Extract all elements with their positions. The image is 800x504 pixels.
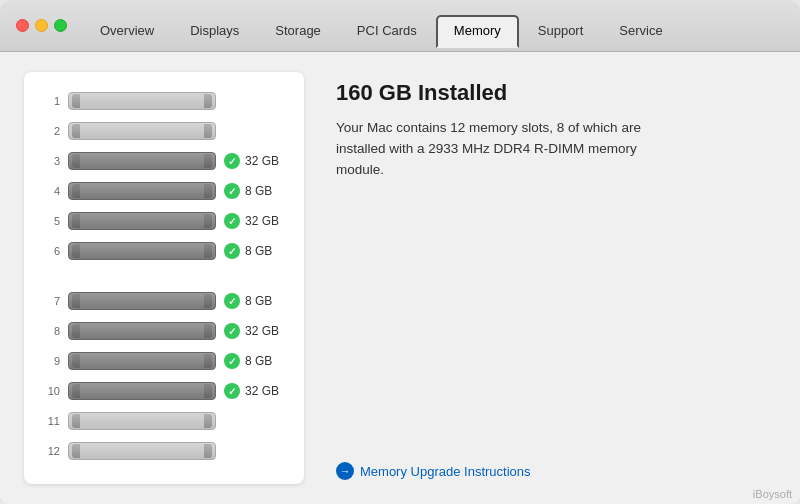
slot-row-1: 1 — [44, 88, 284, 114]
slot-check-4: ✓ 8 GB — [224, 183, 284, 199]
slot-size-10: 32 GB — [245, 384, 279, 398]
slot-check-6: ✓ 8 GB — [224, 243, 284, 259]
slot-check-10: ✓ 32 GB — [224, 383, 284, 399]
slot-notch-right-9 — [204, 354, 212, 368]
tab-storage[interactable]: Storage — [258, 16, 338, 47]
slot-notch-left-6 — [72, 244, 80, 258]
slot-number-6: 6 — [44, 245, 60, 257]
check-icon-9: ✓ — [224, 353, 240, 369]
system-info-window: Overview Displays Storage PCI Cards Memo… — [0, 0, 800, 504]
tab-overview[interactable]: Overview — [83, 16, 171, 47]
slot-size-3: 32 GB — [245, 154, 279, 168]
upgrade-link-label: Memory Upgrade Instructions — [360, 464, 531, 479]
slot-notch-left-9 — [72, 354, 80, 368]
slot-notch-right-10 — [204, 384, 212, 398]
upgrade-link[interactable]: → Memory Upgrade Instructions — [336, 462, 776, 484]
slot-number-10: 10 — [44, 385, 60, 397]
slot-number-8: 8 — [44, 325, 60, 337]
slot-bar-12 — [68, 442, 216, 460]
slot-notch-left-11 — [72, 414, 80, 428]
slot-notch-left-1 — [72, 94, 80, 108]
slot-row-5: 5 ✓ 32 GB — [44, 208, 284, 234]
slot-check-3: ✓ 32 GB — [224, 153, 284, 169]
slot-number-12: 12 — [44, 445, 60, 457]
slot-bar-6 — [68, 242, 216, 260]
slot-row-8: 8 ✓ 32 GB — [44, 318, 284, 344]
slot-bar-8 — [68, 322, 216, 340]
titlebar: Overview Displays Storage PCI Cards Memo… — [0, 0, 800, 52]
tab-support[interactable]: Support — [521, 16, 601, 47]
slot-check-7: ✓ 8 GB — [224, 293, 284, 309]
slot-row-4: 4 ✓ 8 GB — [44, 178, 284, 204]
tab-bar: Overview Displays Storage PCI Cards Memo… — [83, 15, 784, 47]
slot-number-11: 11 — [44, 415, 60, 427]
slot-notch-right-1 — [204, 94, 212, 108]
slot-notch-right-11 — [204, 414, 212, 428]
slot-size-5: 32 GB — [245, 214, 279, 228]
slot-row-6: 6 ✓ 8 GB — [44, 238, 284, 264]
slot-notch-left-8 — [72, 324, 80, 338]
slot-bar-5 — [68, 212, 216, 230]
check-icon-4: ✓ — [224, 183, 240, 199]
installed-gb: 160 GB — [336, 80, 412, 105]
tab-memory[interactable]: Memory — [436, 15, 519, 48]
slot-group-separator — [44, 276, 284, 288]
main-content: 1 2 3 — [0, 52, 800, 504]
slot-number-7: 7 — [44, 295, 60, 307]
minimize-button[interactable] — [35, 19, 48, 32]
slot-row-2: 2 — [44, 118, 284, 144]
slot-notch-left-3 — [72, 154, 80, 168]
slot-check-9: ✓ 8 GB — [224, 353, 284, 369]
check-icon-5: ✓ — [224, 213, 240, 229]
check-icon-8: ✓ — [224, 323, 240, 339]
tab-displays[interactable]: Displays — [173, 16, 256, 47]
slot-number-4: 4 — [44, 185, 60, 197]
slot-number-2: 2 — [44, 125, 60, 137]
slot-group-1: 1 2 3 — [44, 88, 284, 264]
slot-notch-right-5 — [204, 214, 212, 228]
slot-notch-left-2 — [72, 124, 80, 138]
slot-notch-left-5 — [72, 214, 80, 228]
slot-bar-9 — [68, 352, 216, 370]
tab-service[interactable]: Service — [602, 16, 679, 47]
installed-title: 160 GB Installed — [336, 80, 776, 106]
slot-bar-11 — [68, 412, 216, 430]
slot-number-5: 5 — [44, 215, 60, 227]
slot-bar-3 — [68, 152, 216, 170]
slot-notch-left-10 — [72, 384, 80, 398]
check-icon-6: ✓ — [224, 243, 240, 259]
slot-notch-right-6 — [204, 244, 212, 258]
slot-notch-right-4 — [204, 184, 212, 198]
slot-notch-right-8 — [204, 324, 212, 338]
slot-notch-left-12 — [72, 444, 80, 458]
info-description: Your Mac contains 12 memory slots, 8 of … — [336, 118, 656, 181]
memory-slots-panel: 1 2 3 — [24, 72, 304, 484]
watermark: iBoysoft — [753, 488, 792, 500]
slot-number-1: 1 — [44, 95, 60, 107]
slot-bar-2 — [68, 122, 216, 140]
slot-row-9: 9 ✓ 8 GB — [44, 348, 284, 374]
slot-row-11: 11 — [44, 408, 284, 434]
close-button[interactable] — [16, 19, 29, 32]
slot-notch-right-2 — [204, 124, 212, 138]
check-icon-7: ✓ — [224, 293, 240, 309]
slot-check-8: ✓ 32 GB — [224, 323, 284, 339]
slot-number-9: 9 — [44, 355, 60, 367]
slot-notch-right-3 — [204, 154, 212, 168]
slot-size-8: 32 GB — [245, 324, 279, 338]
slot-row-3: 3 ✓ 32 GB — [44, 148, 284, 174]
slot-bar-4 — [68, 182, 216, 200]
slot-row-10: 10 ✓ 32 GB — [44, 378, 284, 404]
slot-notch-right-12 — [204, 444, 212, 458]
slot-bar-7 — [68, 292, 216, 310]
tab-pci-cards[interactable]: PCI Cards — [340, 16, 434, 47]
slot-number-3: 3 — [44, 155, 60, 167]
zoom-button[interactable] — [54, 19, 67, 32]
slot-size-9: 8 GB — [245, 354, 272, 368]
slot-group-2: 7 ✓ 8 GB 8 — [44, 288, 284, 464]
slot-notch-right-7 — [204, 294, 212, 308]
slot-row-12: 12 — [44, 438, 284, 464]
slot-bar-1 — [68, 92, 216, 110]
upgrade-arrow-icon: → — [336, 462, 354, 480]
info-panel: 160 GB Installed Your Mac contains 12 me… — [336, 72, 776, 484]
